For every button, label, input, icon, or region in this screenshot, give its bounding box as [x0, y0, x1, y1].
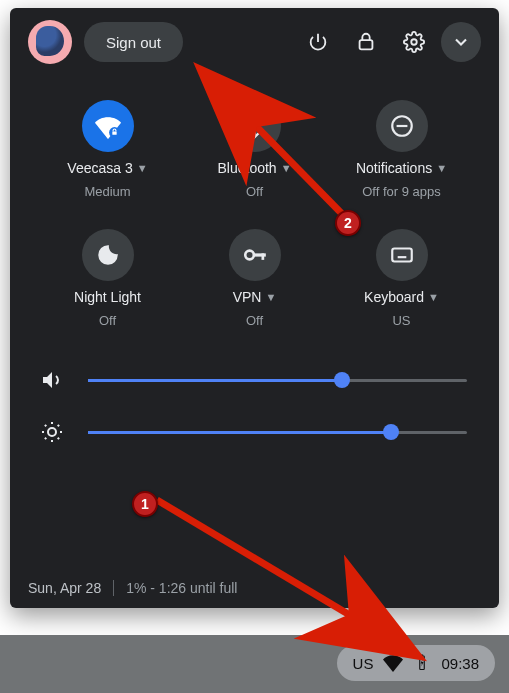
footer: Sun, Apr 28 1% - 1:26 until full: [28, 580, 237, 596]
keyboard-icon[interactable]: [376, 229, 428, 281]
volume-row: [36, 368, 467, 392]
lock-icon[interactable]: [345, 21, 387, 63]
volume-slider[interactable]: [88, 379, 467, 382]
night-light-icon[interactable]: [82, 229, 134, 281]
tray-ime: US: [353, 655, 374, 672]
svg-point-6: [245, 251, 254, 260]
battery-charge-tray-icon: [413, 653, 431, 674]
svg-line-23: [45, 438, 46, 439]
tile-grid: Veecasa 3▼ Medium Bluetooth▼ Off Notific…: [10, 70, 499, 338]
settings-gear-icon[interactable]: [393, 21, 435, 63]
do-not-disturb-icon[interactable]: [376, 100, 428, 152]
svg-rect-8: [261, 253, 264, 260]
sliders-section: [10, 338, 499, 482]
svg-rect-3: [112, 131, 116, 134]
vpn-status: Off: [246, 313, 263, 328]
power-icon[interactable]: [297, 21, 339, 63]
bluetooth-status: Off: [246, 184, 263, 199]
svg-rect-9: [392, 249, 412, 262]
svg-point-1: [411, 39, 417, 45]
wifi-tray-icon: [383, 652, 403, 675]
notifications-title[interactable]: Notifications▼: [356, 160, 447, 176]
nightlight-tile: Night Light Off: [34, 229, 181, 328]
chevron-down-icon: ▼: [281, 162, 292, 174]
sign-out-label: Sign out: [106, 34, 161, 51]
keyboard-title[interactable]: Keyboard▼: [364, 289, 439, 305]
footer-date: Sun, Apr 28: [28, 580, 101, 596]
nightlight-title[interactable]: Night Light: [74, 289, 141, 305]
collapse-caret-icon[interactable]: [441, 22, 481, 62]
avatar[interactable]: [28, 20, 72, 64]
svg-point-16: [48, 428, 56, 436]
chevron-down-icon: ▼: [265, 291, 276, 303]
svg-line-20: [58, 438, 59, 439]
sign-out-button[interactable]: Sign out: [84, 22, 183, 62]
header-icons: [297, 21, 481, 63]
wifi-title[interactable]: Veecasa 3▼: [67, 160, 147, 176]
bluetooth-tile: Bluetooth▼ Off: [181, 100, 328, 199]
tray-time: 09:38: [441, 655, 479, 672]
system-tray[interactable]: US 09:38: [337, 645, 495, 681]
vpn-title[interactable]: VPN▼: [233, 289, 277, 305]
notifications-tile: Notifications▼ Off for 9 apps: [328, 100, 475, 199]
wifi-status: Medium: [84, 184, 130, 199]
chevron-down-icon: ▼: [137, 162, 148, 174]
header-row: Sign out: [10, 8, 499, 70]
keyboard-status: US: [392, 313, 410, 328]
bluetooth-title[interactable]: Bluetooth▼: [217, 160, 291, 176]
brightness-icon[interactable]: [36, 420, 68, 444]
vpn-tile: VPN▼ Off: [181, 229, 328, 328]
vpn-key-icon[interactable]: [229, 229, 281, 281]
keyboard-tile: Keyboard▼ US: [328, 229, 475, 328]
svg-line-19: [45, 425, 46, 426]
quick-settings-panel: Sign out Veecasa 3▼ Medium: [10, 8, 499, 608]
chevron-down-icon: ▼: [436, 162, 447, 174]
svg-rect-0: [360, 40, 373, 49]
wifi-tile: Veecasa 3▼ Medium: [34, 100, 181, 199]
battery-status[interactable]: 1% - 1:26 until full: [126, 580, 237, 596]
bluetooth-icon[interactable]: [229, 100, 281, 152]
svg-rect-26: [421, 654, 423, 656]
separator: [113, 580, 114, 596]
wifi-icon[interactable]: [82, 100, 134, 152]
chevron-down-icon: ▼: [428, 291, 439, 303]
brightness-slider[interactable]: [88, 431, 467, 434]
nightlight-status: Off: [99, 313, 116, 328]
notifications-status: Off for 9 apps: [362, 184, 441, 199]
svg-line-24: [58, 425, 59, 426]
volume-icon[interactable]: [36, 368, 68, 392]
brightness-row: [36, 420, 467, 444]
